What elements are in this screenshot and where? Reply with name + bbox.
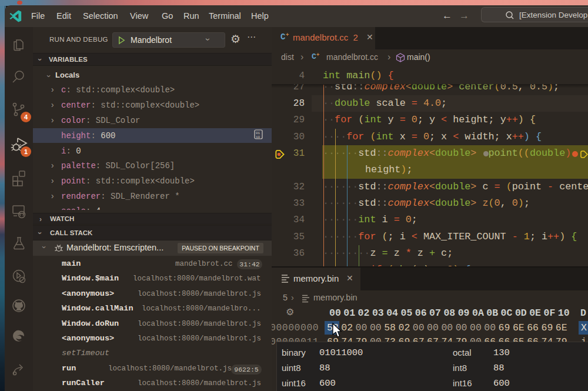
svg-text:10: 10 bbox=[256, 135, 260, 139]
svg-text:01: 01 bbox=[256, 131, 260, 135]
